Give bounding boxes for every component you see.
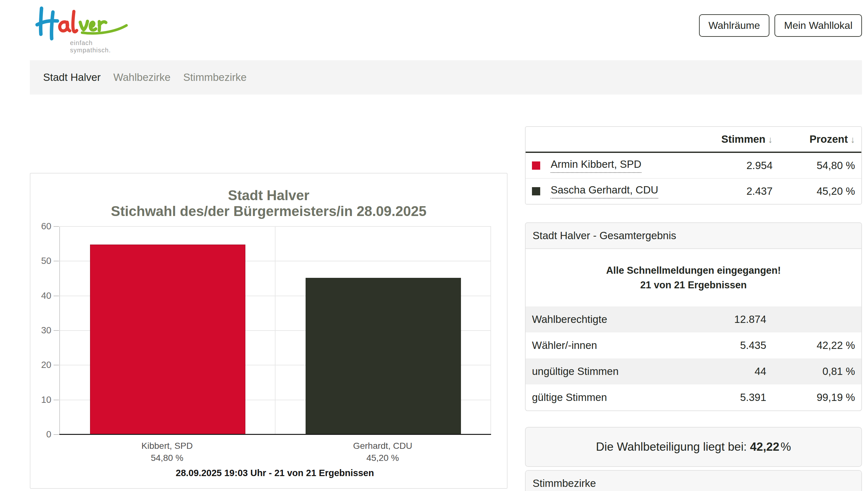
y-axis-tick-label: 20 bbox=[30, 360, 51, 370]
chart-bar-gerhardt-cdu bbox=[306, 278, 461, 435]
nav-item-stadt-halver[interactable]: Stadt Halver bbox=[43, 71, 101, 83]
table-row: Sascha Gerhardt, CDU 2.437 45,20 % bbox=[526, 178, 861, 204]
y-axis-tick-mark bbox=[54, 365, 59, 366]
results-table-header: Stimmen↓ Prozent↓ bbox=[526, 127, 861, 153]
summary-row-waehler: Wähler/-innen 5.435 42,22 % bbox=[526, 333, 861, 358]
y-axis-tick-label: 60 bbox=[30, 221, 51, 232]
turnout-panel: Die Wahlbeteiligung liegt bei: 42,22 % bbox=[525, 427, 862, 467]
x-axis-category-label: Gerhardt, CDU45,20 % bbox=[275, 440, 490, 464]
stimmen-value: 2.437 bbox=[671, 185, 773, 197]
y-axis-tick-label: 0 bbox=[30, 429, 51, 440]
summary-panel: Stadt Halver - Gesamtergebnis Alle Schne… bbox=[525, 222, 862, 411]
turnout-suffix: % bbox=[780, 440, 791, 454]
column-prozent-sort[interactable]: Prozent↓ bbox=[773, 133, 855, 145]
gridline-vertical bbox=[275, 227, 276, 435]
sort-down-icon[interactable]: ↓ bbox=[850, 135, 855, 145]
results-table: Stimmen↓ Prozent↓ Armin Kibbert, SPD 2.9… bbox=[525, 126, 862, 205]
summary-row-ungueltige: ungültige Stimmen 44 0,81 % bbox=[526, 358, 861, 384]
mein-wahllokal-button[interactable]: Mein Wahllokal bbox=[774, 14, 862, 37]
x-axis-labels: Kibbert, SPD54,80 %Gerhardt, CDU45,20 % bbox=[59, 440, 490, 464]
page: einfach sympathisch. Wahlräume Mein Wahl… bbox=[0, 0, 868, 491]
wahlraeume-button[interactable]: Wahlräume bbox=[699, 14, 769, 37]
halver-logo[interactable]: einfach sympathisch. bbox=[33, 4, 131, 51]
summary-row-gueltige: gültige Stimmen 5.391 99,19 % bbox=[526, 384, 861, 410]
sort-down-icon[interactable]: ↓ bbox=[768, 135, 773, 145]
y-axis-tick-mark bbox=[54, 296, 59, 296]
right-column: Stimmen↓ Prozent↓ Armin Kibbert, SPD 2.9… bbox=[525, 126, 862, 491]
y-axis-tick-label: 50 bbox=[30, 256, 51, 266]
y-axis-tick-label: 40 bbox=[30, 291, 51, 301]
stimmen-value: 2.954 bbox=[671, 160, 773, 172]
x-axis-baseline bbox=[59, 434, 491, 435]
y-axis-tick-mark bbox=[54, 434, 59, 435]
turnout-value: 42,22 bbox=[750, 440, 780, 454]
column-stimmen-sort[interactable]: Stimmen↓ bbox=[671, 133, 773, 145]
chart-bar-kibbert-spd bbox=[90, 244, 245, 435]
candidate-link-kibbert[interactable]: Armin Kibbert, SPD bbox=[551, 158, 641, 173]
chart-title: Stadt Halver bbox=[30, 187, 507, 203]
turnout-text: Die Wahlbeteiligung liegt bei: bbox=[596, 440, 747, 454]
districts-panel: Stimmbezirke bbox=[525, 470, 862, 491]
y-axis-tick-label: 10 bbox=[30, 395, 51, 405]
chart-footnote: 28.09.2025 19:03 Uhr - 21 von 21 Ergebni… bbox=[59, 468, 490, 478]
header-buttons: Wahlräume Mein Wahllokal bbox=[699, 14, 862, 37]
candidate-color-swatch bbox=[532, 162, 540, 170]
column-prozent-label: Prozent bbox=[809, 133, 848, 145]
prozent-value: 54,80 % bbox=[773, 160, 855, 172]
table-row: Armin Kibbert, SPD 2.954 54,80 % bbox=[526, 153, 861, 178]
summary-message-line1: Alle Schnellmeldungen eingegangen! bbox=[526, 263, 861, 278]
y-axis-tick-mark bbox=[54, 226, 59, 227]
column-stimmen-label: Stimmen bbox=[721, 133, 765, 145]
districts-panel-title: Stimmbezirke bbox=[526, 471, 861, 491]
breadcrumb-nav: Stadt Halver Wahlbezirke Stimmbezirke bbox=[30, 60, 862, 94]
y-axis-tick-mark bbox=[54, 400, 59, 400]
chart-card: Stadt Halver Stichwahl des/der Bürgermei… bbox=[30, 173, 507, 489]
halver-logo-icon bbox=[33, 4, 128, 41]
candidate-link-gerhardt[interactable]: Sascha Gerhardt, CDU bbox=[551, 184, 658, 199]
chart-plot-area bbox=[59, 227, 491, 435]
prozent-value: 45,20 % bbox=[773, 185, 855, 197]
y-axis-tick-label: 30 bbox=[30, 325, 51, 336]
y-axis-tick-mark bbox=[54, 261, 59, 261]
x-axis-category-label: Kibbert, SPD54,80 % bbox=[59, 440, 275, 464]
logo-tagline: einfach sympathisch. bbox=[70, 39, 131, 54]
gridline-vertical bbox=[490, 227, 491, 435]
y-axis-tick-mark bbox=[54, 330, 59, 331]
summary-panel-title: Stadt Halver - Gesamtergebnis bbox=[526, 223, 861, 249]
candidate-color-swatch bbox=[532, 187, 540, 195]
summary-message: Alle Schnellmeldungen eingegangen! 21 vo… bbox=[526, 249, 861, 307]
summary-row-wahlberechtigte: Wahlberechtigte 12.874 bbox=[526, 307, 861, 333]
nav-item-stimmbezirke[interactable]: Stimmbezirke bbox=[183, 71, 247, 83]
summary-message-line2: 21 von 21 Ergebnissen bbox=[526, 278, 861, 292]
nav-item-wahlbezirke[interactable]: Wahlbezirke bbox=[114, 71, 170, 83]
chart-subtitle: Stichwahl des/der Bürgermeisters/in 28.0… bbox=[30, 203, 507, 219]
gridline bbox=[60, 226, 491, 227]
